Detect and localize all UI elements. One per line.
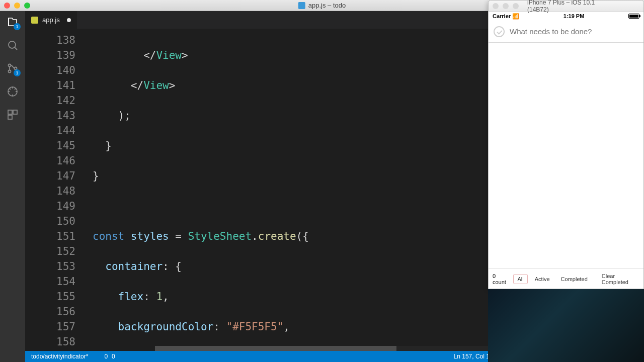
line-number: 149 [25, 199, 75, 214]
tab-filename: app.js [42, 16, 60, 24]
git-branch-status[interactable]: todo/activityindicator* [29, 353, 88, 360]
filter-completed-button[interactable]: Completed [557, 274, 592, 284]
line-number: 151 [25, 229, 75, 244]
line-number: 157 [25, 319, 75, 334]
filter-active-button[interactable]: Active [531, 274, 554, 284]
window-traffic-lights [4, 3, 30, 9]
sim-maximize-button[interactable] [513, 3, 519, 9]
ios-status-bar: Carrier 📶 1:19 PM [489, 12, 643, 21]
battery-icon [628, 14, 639, 19]
todo-list-body[interactable] [489, 43, 643, 268]
sim-close-button[interactable] [493, 3, 499, 9]
svg-rect-7 [8, 115, 12, 119]
warning-count: 0 [112, 353, 115, 360]
simulator-titlebar: iPhone 7 Plus – iOS 10.1 (14B72) [489, 1, 643, 12]
maximize-window-button[interactable] [24, 3, 30, 9]
vscode-icon [298, 2, 305, 9]
svg-point-2 [9, 70, 11, 73]
window-title-text: app.js – todo [308, 2, 346, 9]
filter-all-button[interactable]: All [513, 274, 527, 284]
desktop-background [488, 289, 644, 362]
activity-bar: 1 1 [0, 11, 25, 362]
svg-rect-6 [13, 110, 17, 114]
debug-icon[interactable] [6, 84, 20, 99]
cursor-position-status[interactable]: Ln 157, Col 13 [454, 353, 493, 360]
line-number: 147 [25, 168, 75, 184]
toggle-all-icon[interactable] [494, 26, 505, 37]
line-number: 145 [25, 138, 75, 153]
problems-status[interactable]: 0 0 [102, 353, 115, 360]
svg-point-1 [9, 64, 11, 67]
line-number: 148 [25, 184, 75, 199]
scm-badge: 1 [14, 69, 21, 76]
line-number: 158 [25, 334, 75, 349]
tab-dirty-indicator [67, 18, 71, 22]
js-file-icon [31, 17, 38, 24]
search-icon[interactable] [6, 38, 20, 52]
line-number: 142 [25, 93, 75, 108]
line-gutter: 138 139 140 141 142 143 144 145 146 147 … [25, 29, 86, 351]
svg-rect-5 [8, 110, 12, 114]
line-number: 141 [25, 78, 75, 93]
explorer-badge: 1 [14, 23, 21, 30]
todo-count: 0 count [493, 273, 507, 285]
ios-simulator-window: iPhone 7 Plus – iOS 10.1 (14B72) Carrier… [488, 0, 644, 289]
svg-point-0 [9, 41, 16, 48]
line-number: 154 [25, 274, 75, 289]
line-number: 146 [25, 153, 75, 168]
simulator-traffic-lights [493, 3, 519, 9]
line-number: 144 [25, 123, 75, 138]
tab-app-js[interactable]: app.js [25, 11, 77, 29]
line-number: 150 [25, 214, 75, 229]
extensions-icon[interactable] [6, 108, 20, 122]
line-number: 152 [25, 244, 75, 259]
line-number: 140 [25, 63, 75, 78]
line-number: 143 [25, 108, 75, 123]
clear-completed-button[interactable]: Clear Completed [598, 271, 639, 287]
minimize-window-button[interactable] [14, 3, 20, 9]
ios-clock: 1:19 PM [564, 13, 585, 19]
error-count: 0 [104, 353, 108, 360]
carrier-label: Carrier 📶 [493, 13, 519, 20]
line-number: 155 [25, 289, 75, 304]
todo-footer: 0 count All Active Completed Clear Compl… [489, 268, 643, 289]
close-window-button[interactable] [4, 3, 10, 9]
line-number: 138 [25, 33, 75, 48]
sim-minimize-button[interactable] [503, 3, 509, 9]
line-number: 139 [25, 48, 75, 63]
line-number: 156 [25, 304, 75, 319]
todo-header [489, 21, 643, 43]
simulator-title: iPhone 7 Plus – iOS 10.1 (14B72) [527, 0, 605, 13]
branch-name: todo/activityindicator* [31, 353, 88, 360]
source-control-icon[interactable]: 1 [6, 61, 20, 75]
line-number: 153 [25, 259, 75, 274]
window-title: app.js – todo [298, 2, 346, 9]
explorer-icon[interactable]: 1 [6, 15, 20, 29]
new-todo-input[interactable] [510, 27, 638, 36]
